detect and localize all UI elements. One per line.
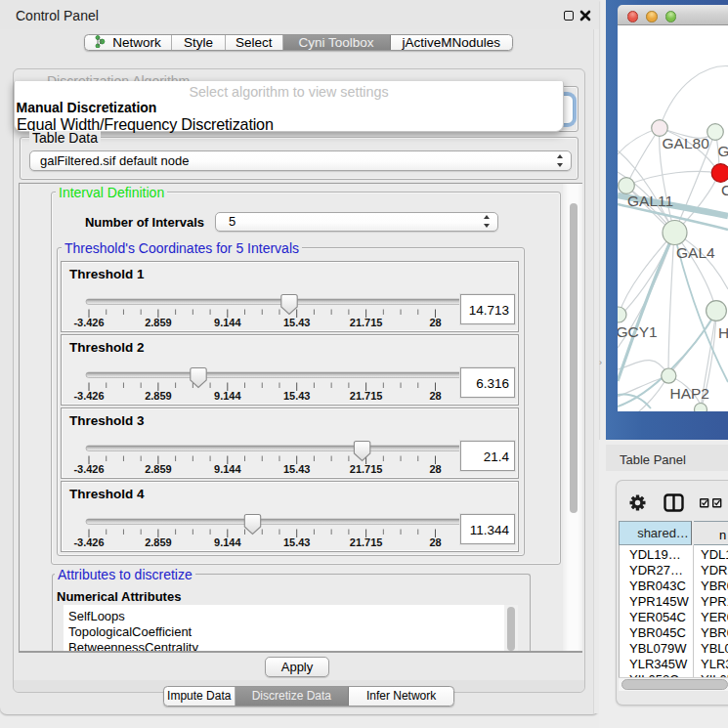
svg-text:21.715: 21.715 bbox=[350, 317, 383, 328]
svg-text:15.43: 15.43 bbox=[283, 317, 311, 328]
svg-text:-3.426: -3.426 bbox=[73, 317, 104, 328]
svg-text:9.144: 9.144 bbox=[214, 536, 241, 548]
svg-text:28: 28 bbox=[429, 536, 441, 548]
svg-text:HAP2: HAP2 bbox=[670, 385, 710, 402]
svg-text:GAL4: GAL4 bbox=[676, 244, 715, 261]
svg-text:15.43: 15.43 bbox=[283, 463, 311, 475]
svg-text:-3.426: -3.426 bbox=[73, 536, 104, 548]
svg-text:2.859: 2.859 bbox=[145, 317, 172, 328]
svg-text:-3.426: -3.426 bbox=[73, 463, 104, 475]
svg-text:28: 28 bbox=[429, 317, 441, 328]
svg-text:-3.426: -3.426 bbox=[73, 390, 104, 402]
svg-text:28: 28 bbox=[429, 390, 441, 402]
svg-text:15.43: 15.43 bbox=[283, 536, 311, 548]
svg-text:GA: GA bbox=[718, 143, 728, 159]
svg-text:9.144: 9.144 bbox=[214, 317, 241, 328]
svg-text:GAL80: GAL80 bbox=[663, 135, 710, 151]
svg-text:H: H bbox=[718, 324, 728, 341]
svg-text:2.859: 2.859 bbox=[145, 463, 172, 475]
svg-text:28: 28 bbox=[429, 463, 441, 475]
svg-text:9.144: 9.144 bbox=[214, 463, 241, 475]
svg-text:C: C bbox=[721, 182, 728, 198]
svg-text:GCY1: GCY1 bbox=[618, 323, 658, 340]
svg-text:2.859: 2.859 bbox=[145, 536, 172, 548]
svg-text:GAL11: GAL11 bbox=[627, 193, 673, 209]
svg-text:9.144: 9.144 bbox=[214, 390, 241, 402]
svg-text:2.859: 2.859 bbox=[145, 390, 172, 402]
svg-text:15.43: 15.43 bbox=[283, 390, 311, 402]
svg-text:21.715: 21.715 bbox=[350, 536, 383, 548]
svg-text:21.715: 21.715 bbox=[350, 390, 383, 402]
svg-text:21.715: 21.715 bbox=[350, 463, 383, 475]
